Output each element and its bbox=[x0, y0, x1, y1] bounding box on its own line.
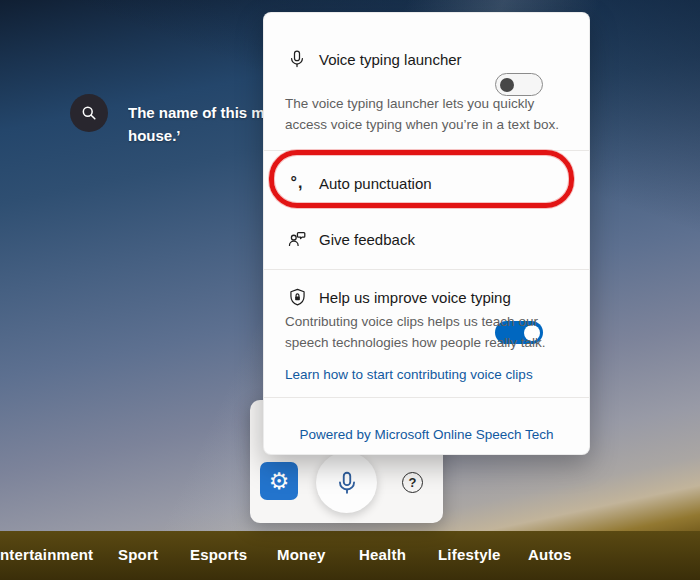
launcher-description: The voice typing launcher lets you quick… bbox=[285, 93, 573, 135]
voice-typing-settings-flyout: Voice typing launcher The voice typing l… bbox=[263, 12, 590, 455]
shield-lock-icon bbox=[284, 287, 310, 308]
launcher-label: Voice typing launcher bbox=[319, 51, 462, 68]
feedback-person-icon bbox=[284, 228, 310, 250]
nav-item-sport[interactable]: Sport bbox=[118, 546, 158, 563]
contribute-voice-clips-link[interactable]: Learn how to start contributing voice cl… bbox=[285, 367, 533, 382]
divider bbox=[264, 150, 589, 151]
microphone-button[interactable] bbox=[316, 452, 377, 513]
question-mark-icon: ? bbox=[409, 475, 417, 490]
search-caption-line1: The name of this mo bbox=[128, 101, 278, 124]
nav-item-autos[interactable]: Autos bbox=[528, 546, 572, 563]
gear-icon: ⚙ bbox=[269, 470, 290, 493]
bottom-nav-strip: ntertainment Sport Esports Money Health … bbox=[0, 531, 700, 580]
divider bbox=[264, 269, 589, 270]
auto-punctuation-icon: °, bbox=[284, 174, 310, 192]
nav-item-esports[interactable]: Esports bbox=[190, 546, 247, 563]
help-button[interactable]: ? bbox=[402, 472, 423, 493]
improve-title: Help us improve voice typing bbox=[319, 289, 511, 306]
auto-punctuation-row[interactable]: °, Auto punctuation bbox=[284, 163, 569, 203]
nav-item-money[interactable]: Money bbox=[277, 546, 326, 563]
divider bbox=[264, 397, 589, 398]
nav-item-entertainment[interactable]: ntertainment bbox=[0, 546, 93, 563]
nav-item-health[interactable]: Health bbox=[359, 546, 406, 563]
search-icon[interactable] bbox=[70, 94, 108, 132]
nav-item-lifestyle[interactable]: Lifestyle bbox=[438, 546, 501, 563]
powered-by-link[interactable]: Powered by Microsoft Online Speech Tech bbox=[264, 427, 589, 442]
auto-punctuation-label: Auto punctuation bbox=[319, 175, 432, 192]
toggle-knob bbox=[500, 78, 514, 92]
improve-description: Contributing voice clips helps us teach … bbox=[285, 311, 573, 353]
give-feedback-label: Give feedback bbox=[319, 231, 415, 248]
improve-header-row: Help us improve voice typing bbox=[284, 279, 569, 315]
search-caption-line2: house.’ bbox=[128, 124, 278, 147]
give-feedback-row[interactable]: Give feedback bbox=[284, 219, 569, 259]
voice-typing-launcher-row[interactable]: Voice typing launcher bbox=[284, 39, 569, 79]
microphone-icon bbox=[334, 470, 360, 496]
search-caption: The name of this mo house.’ bbox=[128, 101, 278, 147]
settings-button[interactable]: ⚙ bbox=[260, 462, 298, 500]
mic-outline-icon bbox=[284, 48, 310, 70]
magnifier-glyph bbox=[79, 103, 99, 123]
